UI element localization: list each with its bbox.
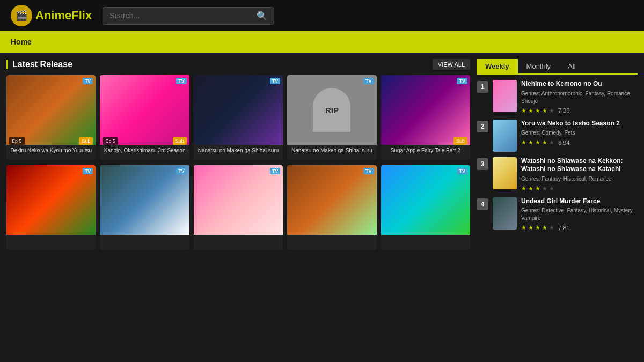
star2-4: ★ [542, 139, 547, 146]
rank-num-2: 2 [477, 121, 488, 132]
badge-tv-4: TV [363, 78, 374, 84]
rank-item-1[interactable]: 1 Niehime to Kemono no Ou Genres: Anthro… [477, 80, 638, 114]
search-icon[interactable]: 🔍 [257, 11, 267, 21]
badge-tv-7: TV [176, 168, 187, 174]
rank-title-3: Watashi no Shiawase na Kekkon: Watashi n… [521, 157, 638, 174]
anime-card-9[interactable]: TV [287, 165, 376, 250]
sidebar: Weekly Monthly All 1 Niehime to Kemono n… [477, 59, 638, 356]
anime-card-2[interactable]: TV Ep 5 Sub Kanojo, Okarishimasu 3rd Sea… [100, 75, 189, 160]
anime-card-3[interactable]: TV Nanatsu no Maken ga Shihai suru [194, 75, 283, 160]
badge-sub-2: Sub [173, 137, 187, 145]
star1-2: ★ [528, 107, 533, 114]
rank-stars-2: ★ ★ ★ ★ ★ 6.94 [521, 139, 638, 146]
rank-genres-1: Genres: Anthropomorphic, Fantasy, Romanc… [521, 90, 638, 105]
badge-ep-2: Ep 5 [103, 137, 118, 145]
anime-title-8 [194, 235, 283, 250]
rank-score-1: 7.36 [558, 107, 569, 114]
star1-5: ★ [549, 107, 554, 114]
rank-thumb-1 [493, 80, 517, 112]
anime-thumb-rip: RIP [287, 75, 376, 145]
rank-item-4[interactable]: 4 Undead Girl Murder Farce Genres: Detec… [477, 197, 638, 232]
anime-card-10[interactable]: TV [381, 165, 470, 250]
rank-num-1: 1 [477, 81, 488, 93]
star4-2: ★ [528, 224, 533, 231]
logo-icon: 🎬 [11, 5, 32, 26]
anime-grid-row1: TV Ep 5 Sub Dekiru Neko wa Kyou mo Yuuut… [6, 75, 470, 160]
badge-tv-8: TV [270, 168, 281, 174]
main-content: Latest Release VIEW ALL TV Ep 5 Sub Deki… [0, 53, 644, 362]
section-header: Latest Release VIEW ALL [6, 59, 470, 70]
anime-title-9 [287, 235, 376, 250]
anime-thumb-5 [381, 75, 470, 145]
badge-tv-3: TV [270, 78, 281, 84]
navbar: Home [0, 31, 644, 53]
rank-thumb-4 [493, 197, 517, 230]
search-bar[interactable]: 🔍 [103, 7, 274, 25]
anime-title-2: Kanojo, Okarishimasu 3rd Season [100, 145, 189, 160]
anime-thumb-3 [194, 75, 283, 145]
star1-3: ★ [535, 107, 540, 114]
badge-tv-2: TV [176, 78, 187, 84]
star3-4: ★ [542, 185, 547, 192]
tab-all[interactable]: All [559, 59, 584, 73]
nav-home[interactable]: Home [11, 38, 32, 46]
rank-title-2: Yoru wa Neko to Issho Season 2 [521, 120, 638, 128]
star3-3: ★ [535, 185, 540, 192]
rip-text: RIP [325, 106, 339, 115]
rank-item-3[interactable]: 3 Watashi no Shiawase na Kekkon: Watashi… [477, 157, 638, 192]
anime-thumb-8 [194, 165, 283, 235]
anime-card-6[interactable]: TV [6, 165, 96, 250]
anime-card-8[interactable]: TV [194, 165, 283, 250]
rank-info-3: Watashi no Shiawase na Kekkon: Watashi n… [521, 157, 638, 192]
tab-weekly[interactable]: Weekly [477, 59, 518, 73]
rank-stars-3: ★ ★ ★ ★ ★ [521, 185, 638, 192]
rank-genres-3: Genres: Fantasy, Historical, Romance [521, 175, 638, 183]
star3-5: ★ [549, 185, 554, 192]
rank-item-2[interactable]: 2 Yoru wa Neko to Issho Season 2 Genres:… [477, 120, 638, 152]
rank-score-4: 7.81 [558, 225, 569, 231]
rank-stars-1: ★ ★ ★ ★ ★ 7.36 [521, 107, 638, 114]
star4-5: ★ [549, 224, 554, 231]
anime-card-7[interactable]: TV [100, 165, 189, 250]
star2-3: ★ [535, 139, 540, 146]
rank-num-3: 3 [477, 158, 488, 170]
badge-sub-5: Sub [453, 137, 467, 145]
star4-4: ★ [542, 224, 547, 231]
anime-thumb-7 [100, 165, 189, 235]
rank-title-1: Niehime to Kemono no Ou [521, 80, 638, 88]
star4-3: ★ [535, 224, 540, 231]
tab-monthly[interactable]: Monthly [518, 59, 560, 73]
rank-tabs: Weekly Monthly All [477, 59, 638, 75]
section-title: Latest Release [6, 60, 72, 69]
anime-title-5: Sugar Apple Fairy Tale Part 2 [381, 145, 470, 160]
rank-info-1: Niehime to Kemono no Ou Genres: Anthropo… [521, 80, 638, 114]
header: 🎬 AnimeFlix 🔍 [0, 0, 644, 31]
view-all-button[interactable]: VIEW ALL [433, 59, 470, 70]
rank-list: 1 Niehime to Kemono no Ou Genres: Anthro… [477, 80, 638, 231]
anime-grid-row2: TV TV TV TV TV [6, 165, 470, 250]
rank-genres-4: Genres: Detective, Fantasy, Historical, … [521, 207, 638, 222]
search-input[interactable] [109, 11, 252, 20]
badge-sub-1: Sub [79, 137, 93, 145]
star3-2: ★ [528, 185, 533, 192]
badge-tv-1: TV [83, 78, 93, 84]
content-area: Latest Release VIEW ALL TV Ep 5 Sub Deki… [6, 59, 470, 356]
anime-thumb-9 [287, 165, 376, 235]
anime-card-1[interactable]: TV Ep 5 Sub Dekiru Neko wa Kyou mo Yuuut… [6, 75, 96, 160]
rank-title-4: Undead Girl Murder Farce [521, 197, 638, 206]
logo[interactable]: 🎬 AnimeFlix [11, 5, 92, 26]
anime-title-4: Nanatsu no Maken ga Shihai suru [287, 145, 376, 160]
badge-tv-10: TV [457, 168, 467, 174]
rank-thumb-3 [493, 157, 517, 189]
star4-1: ★ [521, 224, 526, 231]
anime-title-10 [381, 235, 470, 250]
anime-thumb-6 [6, 165, 96, 235]
anime-card-5[interactable]: TV Sub Sugar Apple Fairy Tale Part 2 [381, 75, 470, 160]
badge-tv-6: TV [83, 168, 93, 174]
rank-info-2: Yoru wa Neko to Issho Season 2 Genres: C… [521, 120, 638, 146]
badge-ep-1: Ep 5 [9, 137, 25, 145]
star3-1: ★ [521, 185, 526, 192]
logo-text: AnimeFlix [35, 9, 92, 23]
star1-1: ★ [521, 107, 526, 114]
anime-card-4-rip[interactable]: RIP TV Nanatsu no Maken ga Shihai suru [287, 75, 376, 160]
